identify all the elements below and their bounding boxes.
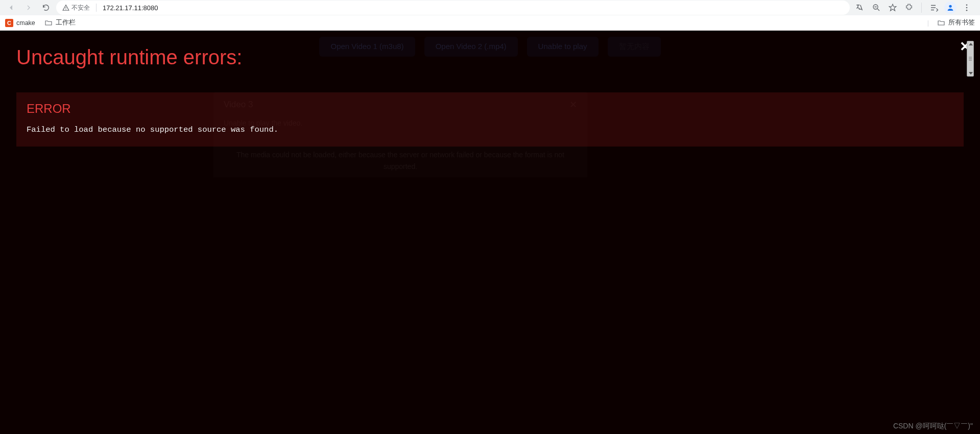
zoom-icon[interactable] (869, 1, 883, 15)
toolbar-right (853, 1, 976, 15)
error-block: ERROR Failed to load because no supporte… (16, 92, 964, 147)
address-bar[interactable]: 不安全 172.21.17.11:8080 (56, 1, 850, 15)
bookmark-label: 工作栏 (56, 18, 76, 27)
separator (96, 4, 97, 12)
bookmarks-bar: C cmake 工作栏 | 所有书签 (0, 15, 980, 31)
app-viewport: Open Video 1 (m3u8) Open Video 2 (.mp4) … (0, 31, 980, 434)
all-bookmarks-button[interactable]: | 所有书签 (927, 18, 975, 27)
svg-rect-1 (65, 9, 66, 10)
scrollbar-thumb[interactable] (967, 41, 974, 77)
insecure-indicator: 不安全 (62, 4, 90, 12)
folder-icon (44, 19, 53, 27)
separator (921, 3, 922, 13)
folder-icon (937, 19, 945, 27)
separator: | (927, 19, 929, 27)
forward-button[interactable] (21, 1, 36, 15)
bookmark-item[interactable]: C cmake (5, 19, 35, 27)
error-overlay: ✕ Uncaught runtime errors: ERROR Failed … (0, 31, 980, 434)
error-heading: ERROR (27, 102, 953, 116)
insecure-label: 不安全 (71, 4, 90, 12)
all-bookmarks-label: 所有书签 (948, 18, 975, 27)
overlay-title: Uncaught runtime errors: (0, 31, 980, 69)
extensions-icon[interactable] (902, 1, 916, 15)
url-text: 172.21.17.11:8080 (103, 4, 158, 12)
svg-point-6 (966, 10, 968, 11)
bookmark-star-icon[interactable] (886, 1, 900, 15)
bookmark-label: cmake (16, 19, 35, 27)
translate-icon[interactable] (853, 1, 867, 15)
browser-toolbar: 不安全 172.21.17.11:8080 (0, 0, 980, 15)
reload-button[interactable] (39, 1, 53, 15)
kebab-menu-icon[interactable] (960, 1, 974, 15)
back-button[interactable] (4, 1, 18, 15)
error-message: Failed to load because no supported sour… (27, 125, 953, 134)
media-controls-icon[interactable] (927, 1, 941, 15)
svg-point-4 (966, 4, 968, 6)
warning-triangle-icon (62, 4, 69, 11)
person-icon (946, 4, 954, 12)
svg-point-5 (966, 7, 968, 9)
svg-point-3 (949, 5, 951, 8)
svg-rect-0 (65, 7, 66, 9)
bookmark-favicon: C (5, 19, 13, 27)
bookmark-item[interactable]: 工作栏 (44, 18, 76, 27)
profile-avatar[interactable] (943, 1, 958, 15)
